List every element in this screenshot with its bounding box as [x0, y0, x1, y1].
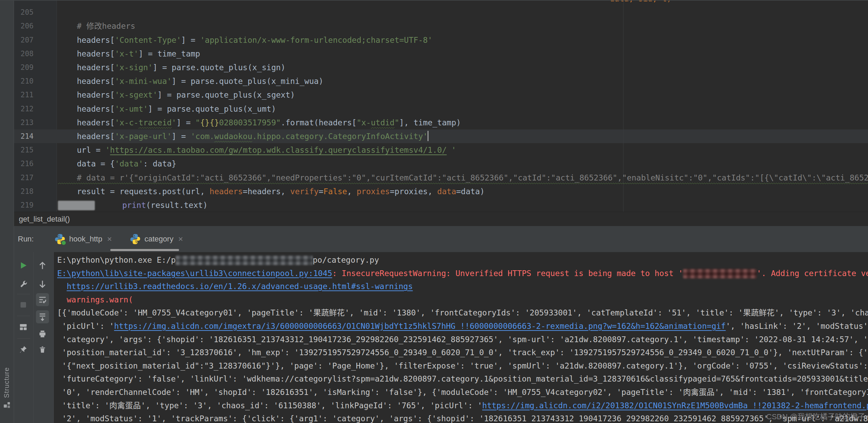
console-line: [{'moduleCode': 'HM_0755_V4category01', … — [57, 306, 868, 319]
text-segment: E:\python\python.exe E:/p — [57, 256, 176, 264]
text-segment: ' — [172, 118, 176, 127]
text-segment: po/category.py — [313, 256, 379, 264]
code-line: headers['x-sgext'] = parse.quote_plus(x_… — [58, 88, 295, 102]
sidebar-item-structure[interactable]: Structure — [0, 360, 14, 411]
line-number: 206 — [14, 19, 34, 33]
text-segment: data — [437, 187, 456, 196]
line-number: 213 — [14, 116, 34, 129]
toolbar-separator — [17, 316, 30, 316]
text-segment: headers — [210, 187, 243, 196]
text-segment: 'position_material_id': '3_128370616', '… — [57, 348, 868, 357]
text-segment: https://acs.m.taobao.com/gw/mtop.wdk.cla… — [110, 146, 446, 154]
console-line: warnings.warn( — [57, 293, 133, 306]
breadcrumb[interactable]: get_list_detail() — [14, 212, 868, 226]
code-line: headers['x-mini-wua'] = parse.quote_plus… — [58, 74, 323, 88]
text-segment: 'x-sgext' — [115, 90, 158, 99]
text-segment: # 修改headers — [58, 22, 135, 30]
text-segment: : data} — [143, 159, 176, 168]
code-line: data, sid, t) — [610, 0, 671, 5]
run-tab-category[interactable]: category × — [129, 226, 183, 252]
console-link[interactable]: https://img.alicdn.com/imgextra/i3/60000… — [114, 322, 726, 331]
text-segment: 'x-page-url' — [115, 132, 172, 141]
text-segment: 'x-c- — [115, 118, 138, 127]
structure-label: Structure — [3, 360, 11, 398]
line-number: 217 — [14, 171, 34, 185]
text-segment: =proxies, — [390, 187, 437, 196]
selected-tab-underline — [110, 249, 179, 251]
text-segment: 'picUrl': ' — [57, 322, 114, 331]
running-indicator — [61, 240, 66, 246]
text-segment: .format(headers[ — [281, 118, 357, 127]
up-stack-trace-icon[interactable] — [36, 259, 49, 272]
down-stack-trace-icon[interactable] — [36, 278, 49, 291]
rerun-play-icon[interactable] — [17, 259, 30, 272]
window-top-edge — [0, 0, 868, 1]
code-line: # 修改headers — [58, 19, 135, 33]
close-icon[interactable]: × — [107, 235, 112, 243]
code-editor[interactable]: 2052062072082092102112122132142152162172… — [14, 0, 868, 212]
python-icon — [129, 233, 141, 245]
text-segment: False — [323, 187, 347, 196]
text-segment: ' — [105, 146, 110, 154]
code-line: url = 'https://acs.m.taobao.com/gw/mtop.… — [58, 143, 456, 157]
text-segment: ] = — [181, 36, 200, 45]
text-segment: (result.text) — [146, 201, 207, 210]
line-number: 216 — [14, 157, 34, 171]
restore-layout-icon[interactable] — [17, 321, 30, 334]
text-segment: .hippo.category.CategoryInfoActivity' — [252, 132, 428, 141]
text-segment: '2', 'modStatus': '1', 'trackParams': {'… — [57, 414, 868, 423]
text-segment: ] = parse.quote_plus(x_sign) — [153, 63, 286, 72]
text-segment: ', 'hasLink': '2', 'modStatus' — [726, 322, 868, 331]
console-link[interactable]: https://img.alicdn.com/i2/201382/O1CN01S… — [482, 401, 868, 410]
text-segment: 'Content-Type' — [115, 36, 181, 45]
tab-label: hook_http — [69, 235, 102, 244]
clear-all-trash-icon[interactable] — [36, 343, 49, 356]
redacted-blur — [176, 256, 313, 265]
console-link[interactable]: E:\python\lib\site-packages\urllib3\conn… — [57, 269, 332, 278]
console-link[interactable]: https://urllib3.readthedocs.io/en/1.26.x… — [67, 282, 413, 291]
run-label: Run: — [18, 226, 34, 252]
text-segment: headers[ — [58, 36, 115, 45]
text-segment: 'futureCategory': 'false', 'linkUrl': 'w… — [57, 374, 868, 383]
line-number: 214 — [14, 129, 34, 143]
text-segment: headers[ — [58, 90, 115, 99]
text-segment: 'category', 'args': {'shopid': '18261635… — [57, 335, 868, 344]
run-console[interactable]: E:\python\python.exe E:/ppo/category.pyE… — [54, 252, 868, 423]
console-line: E:\python\python.exe E:/ppo/category.py — [57, 253, 379, 266]
text-segment: 'com. — [191, 132, 214, 141]
console-line: '2', 'modStatus': '1', 'trackParams': {'… — [57, 412, 868, 423]
console-line: 'category', 'args': {'shopid': '18261635… — [57, 333, 868, 346]
text-segment: ] = — [176, 118, 195, 127]
code-line: print(result.text) — [58, 198, 207, 212]
text-segment: wudaokou — [214, 132, 252, 141]
stop-icon[interactable] — [17, 298, 30, 311]
text-segment: 'application/x-www-form-urlencoded;chars… — [200, 36, 432, 45]
soft-wrap-icon[interactable] — [36, 293, 49, 306]
text-segment: '{"next_position_material_id":"3_1283706… — [57, 361, 868, 370]
text-segment: "x- — [356, 118, 371, 127]
code-line: headers['x-t'] = time_tamp — [58, 47, 200, 61]
code-line: headers['x-sign'] = parse.quote_plus(x_s… — [58, 61, 286, 74]
wrench-settings-icon[interactable] — [17, 278, 30, 291]
line-number: 210 — [14, 74, 34, 88]
print-icon[interactable] — [36, 327, 49, 340]
line-number: 205 — [14, 5, 34, 19]
text-segment: : InsecureRequestWarning: Unverified HTT… — [332, 269, 683, 278]
code-line: headers['Content-Type'] = 'application/x… — [58, 33, 432, 47]
code-line: headers['x-umt'] = parse.quote_plus(x_um… — [58, 102, 276, 116]
redacted-blur — [683, 269, 757, 278]
close-icon[interactable]: × — [178, 235, 183, 243]
console-line: 'futureCategory': 'false', 'linkUrl': 'w… — [57, 372, 868, 385]
run-tab-hook-http[interactable]: hook_http × — [54, 226, 112, 252]
tab-label: category — [144, 235, 173, 244]
text-segment: , — [347, 187, 357, 196]
scroll-to-end-icon[interactable] — [36, 310, 49, 323]
run-toolbar — [14, 252, 54, 423]
text-segment: ], time_tamp) — [399, 118, 461, 127]
text-segment: =data) — [456, 187, 485, 196]
text-segment: headers[ — [58, 77, 115, 86]
text-segment: 028003517959" — [219, 118, 281, 127]
pin-icon[interactable] — [17, 343, 30, 356]
text-segment: " — [394, 118, 399, 127]
text-segment: warnings.warn( — [57, 295, 133, 304]
